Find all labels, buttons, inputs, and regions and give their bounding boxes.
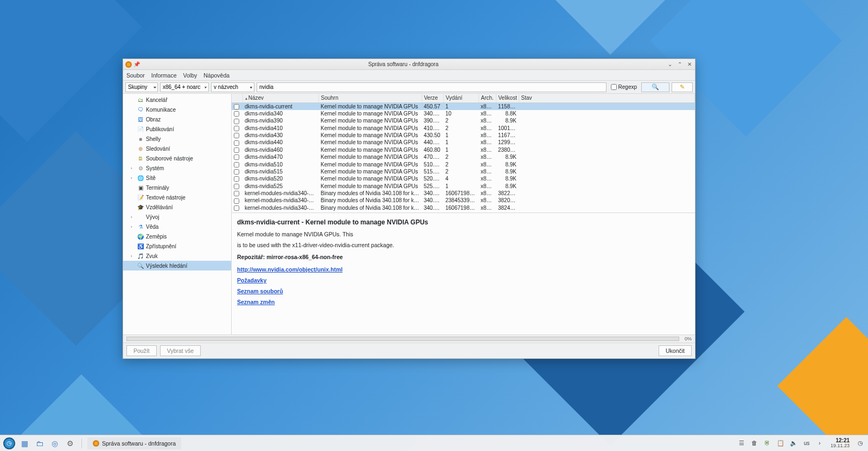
tray-session-icon[interactable]: ◷: [856, 439, 865, 447]
sidebar-item[interactable]: ›⚙Systém: [123, 163, 231, 173]
table-row[interactable]: dkms-nvidia515Kernel module to manage NV…: [232, 168, 695, 175]
tray-keyboard-icon[interactable]: us: [802, 439, 811, 447]
row-checkbox[interactable]: [234, 133, 239, 138]
close-button[interactable]: ✕: [686, 61, 693, 67]
table-row[interactable]: dkms-nvidia390Kernel module to manage NV…: [232, 117, 695, 124]
detail-link-requirements[interactable]: Požadavky: [237, 276, 266, 285]
taskview-icon[interactable]: ▦: [18, 437, 30, 449]
maximize-button[interactable]: ⌃: [676, 61, 683, 67]
table-row[interactable]: dkms-nvidia410Kernel module to manage NV…: [232, 125, 695, 132]
package-table[interactable]: Název Souhrn Verze Vydání Arch. Velikost…: [232, 94, 695, 213]
table-row[interactable]: kernel-modules-nvidia340-5.10-genericBin…: [232, 190, 695, 197]
browser-icon[interactable]: ◎: [49, 437, 61, 449]
col-arch[interactable]: Arch.: [478, 94, 496, 102]
tray-volume-icon[interactable]: 🔈: [789, 439, 798, 447]
sidebar-item[interactable]: ■Shelly: [123, 134, 231, 144]
menu-options[interactable]: Volby: [183, 72, 197, 79]
filter-groups[interactable]: Skupiny: [125, 82, 158, 92]
table-row[interactable]: kernel-modules-nvidia340-5.15-genericBin…: [232, 211, 695, 212]
sidebar-item[interactable]: ▣Terminály: [123, 183, 231, 192]
select-all-button[interactable]: Vybrat vše: [160, 345, 201, 356]
detail-link-filelist[interactable]: Seznam souborů: [237, 287, 283, 296]
row-checkbox[interactable]: [234, 169, 239, 175]
table-row[interactable]: dkms-nvidia510Kernel module to manage NV…: [232, 160, 695, 167]
minimize-button[interactable]: ⌄: [667, 61, 673, 67]
table-row[interactable]: kernel-modules-nvidia340-5.15-genericBin…: [232, 204, 695, 211]
sidebar-item[interactable]: ›Vývoj: [123, 212, 231, 222]
sidebar-item[interactable]: 🎓Vzdělávání: [123, 202, 231, 212]
quit-button[interactable]: Ukončit: [659, 345, 692, 356]
category-tree[interactable]: 🗂Kancelář🗨Komunikace🖼Obraz📄Publikování■S…: [123, 94, 232, 334]
row-checkbox[interactable]: [234, 147, 239, 153]
row-checkbox[interactable]: [234, 205, 239, 211]
col-name[interactable]: Název: [242, 94, 318, 102]
table-row[interactable]: dkms-nvidia470Kernel module to manage NV…: [232, 153, 695, 160]
col-checkbox[interactable]: [232, 94, 242, 102]
filter-arch[interactable]: x86_64 + noarch: [160, 82, 209, 92]
table-row[interactable]: dkms-nvidia520Kernel module to manage NV…: [232, 175, 695, 182]
filter-searchtype[interactable]: v názvech: [211, 82, 254, 92]
menu-file[interactable]: Soubor: [126, 72, 145, 79]
sidebar-item[interactable]: ♿Zpřístupnění: [123, 241, 231, 251]
row-checkbox[interactable]: [234, 154, 239, 160]
col-summary[interactable]: Souhrn: [318, 94, 422, 102]
col-version[interactable]: Verze: [422, 94, 443, 102]
sidebar-item[interactable]: 🗂Kancelář: [123, 95, 231, 105]
table-row[interactable]: dkms-nvidia460Kernel module to manage NV…: [232, 146, 695, 153]
tray-shield-icon[interactable]: ⛨: [763, 439, 772, 447]
col-size[interactable]: Velikost: [496, 94, 519, 102]
tray-trash-icon[interactable]: 🗑: [750, 439, 759, 447]
taskbar-task-dnfdragora[interactable]: Správa softwaru - dnfdragora: [87, 437, 181, 449]
table-row[interactable]: dkms-nvidia430Kernel module to manage NV…: [232, 132, 695, 139]
menu-help[interactable]: Nápověda: [203, 72, 229, 79]
search-input[interactable]: [257, 82, 607, 92]
sidebar-item[interactable]: ›🌐Sítě: [123, 173, 231, 183]
detail-link-changelog[interactable]: Seznam změn: [237, 298, 275, 307]
sidebar-item[interactable]: 📄Publikování: [123, 124, 231, 134]
table-row[interactable]: dkms-nvidia-currentKernel module to mana…: [232, 102, 695, 110]
clock[interactable]: 12:21 19.11.23: [831, 437, 850, 449]
settings-icon[interactable]: ⚙: [64, 437, 76, 449]
pin-icon[interactable]: 📌: [133, 61, 140, 68]
tray-expand-icon[interactable]: ›: [815, 439, 824, 447]
row-checkbox[interactable]: [234, 119, 239, 124]
row-checkbox[interactable]: [234, 126, 239, 131]
sidebar-item[interactable]: 🔍Výsledek hledání: [123, 261, 231, 270]
row-checkbox[interactable]: [234, 111, 239, 117]
regexp-toggle[interactable]: Regexp: [611, 84, 637, 90]
sidebar-item[interactable]: 🗨Komunikace: [123, 105, 231, 114]
table-row[interactable]: dkms-nvidia340Kernel module to manage NV…: [232, 110, 695, 117]
sidebar-item[interactable]: ⊕Sledování: [123, 144, 231, 153]
regexp-checkbox[interactable]: [611, 84, 617, 90]
sidebar-item[interactable]: 🌍Zeměpis: [123, 231, 231, 241]
row-checkbox[interactable]: [234, 191, 239, 196]
apply-button[interactable]: Použít: [126, 345, 157, 356]
search-button[interactable]: 🔍: [641, 82, 669, 92]
magic-button[interactable]: ✎: [672, 82, 693, 92]
sidebar-item[interactable]: 🖼Obraz: [123, 114, 231, 124]
col-release[interactable]: Vydání: [443, 94, 478, 102]
sidebar-item[interactable]: ›🎵Zvuk: [123, 251, 231, 261]
sidebar-item[interactable]: ›⚗Věda: [123, 222, 231, 231]
cell-summary: Kernel module to manage NVIDIA GPUs: [318, 110, 422, 117]
file-manager-icon[interactable]: 🗀: [34, 437, 46, 449]
table-row[interactable]: kernel-modules-nvidia340-5.10-genericBin…: [232, 197, 695, 204]
row-checkbox[interactable]: [234, 162, 239, 167]
sidebar-item[interactable]: 📝Textové nástroje: [123, 192, 231, 202]
row-checkbox[interactable]: [234, 176, 239, 182]
table-row[interactable]: dkms-nvidia525Kernel module to manage NV…: [232, 182, 695, 189]
col-status[interactable]: Stav: [519, 94, 695, 102]
row-checkbox[interactable]: [234, 104, 239, 109]
row-checkbox[interactable]: [234, 198, 239, 204]
sidebar-item[interactable]: 🗎Souborové nástroje: [123, 153, 231, 163]
titlebar[interactable]: 📌 Správa softwaru - dnfdragora ⌄ ⌃ ✕: [123, 59, 695, 70]
tray-clipboard-icon[interactable]: 📋: [776, 439, 785, 447]
tray-menu-icon[interactable]: ☰: [737, 439, 746, 447]
menu-info[interactable]: Informace: [151, 72, 177, 79]
detail-url[interactable]: http://www.nvidia.com/object/unix.html: [237, 266, 342, 274]
start-button[interactable]: ◷: [3, 437, 15, 449]
row-checkbox[interactable]: [234, 184, 239, 189]
row-checkbox[interactable]: [234, 140, 239, 146]
cell-size: 8.9K: [496, 168, 519, 175]
table-row[interactable]: dkms-nvidia440Kernel module to manage NV…: [232, 139, 695, 146]
